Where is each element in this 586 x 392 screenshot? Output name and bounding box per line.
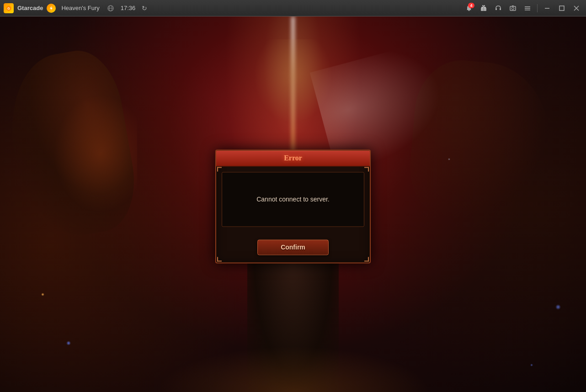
dialog-footer: Confirm <box>216 239 370 262</box>
sparkle-1 <box>66 341 71 345</box>
brand-name: Gtarcade <box>17 5 43 11</box>
titlebar: G Gtarcade Heaven's Fury 17:36 ↻ 4 <box>0 0 586 16</box>
svg-rect-17 <box>545 8 549 9</box>
dialog-corner-br <box>364 257 369 261</box>
game-area: Error Cannot connect to server. Confirm <box>0 16 586 392</box>
svg-point-12 <box>512 7 514 10</box>
dialog-header: Error <box>216 150 370 166</box>
svg-rect-16 <box>525 10 530 11</box>
refresh-icon[interactable]: ↻ <box>142 5 147 12</box>
ground-glow <box>156 346 430 392</box>
time-display: 17:36 <box>121 5 136 11</box>
svg-rect-13 <box>512 5 514 6</box>
close-button[interactable] <box>570 2 582 14</box>
minimize-button[interactable] <box>541 2 553 14</box>
svg-rect-11 <box>510 6 516 11</box>
sparkle-5 <box>448 158 450 160</box>
svg-rect-15 <box>525 8 530 9</box>
notification-badge: 4 <box>468 3 474 8</box>
svg-rect-5 <box>469 10 470 11</box>
svg-rect-9 <box>495 8 497 10</box>
dialog-corner-bl <box>217 257 222 261</box>
lightning-icon[interactable] <box>47 4 56 13</box>
game-title: Heaven's Fury <box>61 5 99 11</box>
svg-text:G: G <box>7 7 10 10</box>
dialog-corner-tl <box>217 167 222 171</box>
svg-rect-18 <box>559 6 564 11</box>
svg-rect-10 <box>500 8 501 10</box>
titlebar-right: 4 <box>463 2 582 14</box>
confirm-button[interactable]: Confirm <box>257 239 329 255</box>
svg-marker-1 <box>50 6 53 11</box>
maximize-button[interactable] <box>556 2 568 14</box>
sparkle-4 <box>530 364 533 366</box>
globe-icon <box>107 5 114 12</box>
svg-rect-14 <box>525 6 530 7</box>
titlebar-left: G Gtarcade Heaven's Fury 17:36 ↻ <box>4 3 463 13</box>
dialog-message: Cannot connect to server. <box>256 195 330 204</box>
dialog-title: Error <box>284 154 302 162</box>
notification-bell[interactable]: 4 <box>463 2 475 14</box>
sparkle-2 <box>555 304 561 310</box>
screenshot-icon[interactable] <box>507 2 519 14</box>
headset-icon[interactable] <box>492 2 504 14</box>
left-glow <box>46 85 137 222</box>
titlebar-divider <box>537 4 538 12</box>
gift-icon[interactable] <box>478 2 490 14</box>
menu-icon[interactable] <box>522 2 533 14</box>
gtarcade-logo: G <box>4 3 14 13</box>
dialog-body: Cannot connect to server. <box>216 166 370 239</box>
sparkle-3 <box>41 293 44 296</box>
dialog-message-box: Cannot connect to server. <box>222 172 364 227</box>
dialog-corner-tr <box>364 167 369 171</box>
error-dialog: Error Cannot connect to server. Confirm <box>215 149 371 263</box>
